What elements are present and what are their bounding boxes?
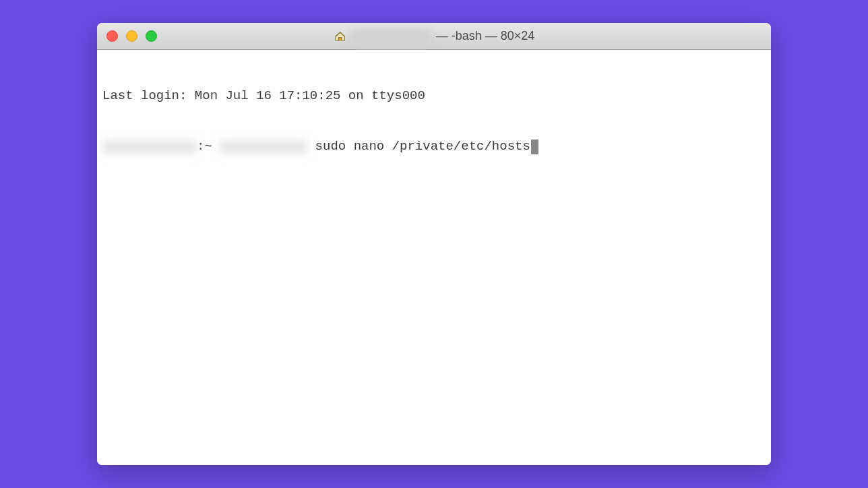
close-button[interactable]: [106, 30, 118, 42]
minimize-button[interactable]: [126, 30, 137, 42]
redacted-title-segment: [351, 30, 432, 43]
prompt-text: :~: [197, 138, 220, 155]
last-login-text: Last login: Mon Jul 16 17:10:25 on ttys0…: [102, 88, 425, 104]
maximize-button[interactable]: [146, 30, 157, 42]
redacted-username: [220, 140, 307, 154]
window-title-text: — -bash — 80×24: [436, 29, 535, 43]
window-title: — -bash — 80×24: [334, 29, 535, 43]
terminal-line-login: Last login: Mon Jul 16 17:10:25 on ttys0…: [102, 88, 766, 104]
home-icon: [334, 30, 347, 43]
terminal-content[interactable]: Last login: Mon Jul 16 17:10:25 on ttys0…: [97, 50, 771, 465]
command-text: sudo nano /private/etc/hosts: [307, 138, 530, 155]
terminal-window: — -bash — 80×24 Last login: Mon Jul 16 1…: [97, 23, 771, 465]
redacted-hostname: [102, 140, 197, 154]
window-title-bar: — -bash — 80×24: [97, 23, 771, 50]
traffic-lights: [106, 30, 157, 42]
terminal-line-prompt: :~ sudo nano /private/etc/hosts: [102, 138, 766, 155]
cursor: [531, 140, 538, 154]
